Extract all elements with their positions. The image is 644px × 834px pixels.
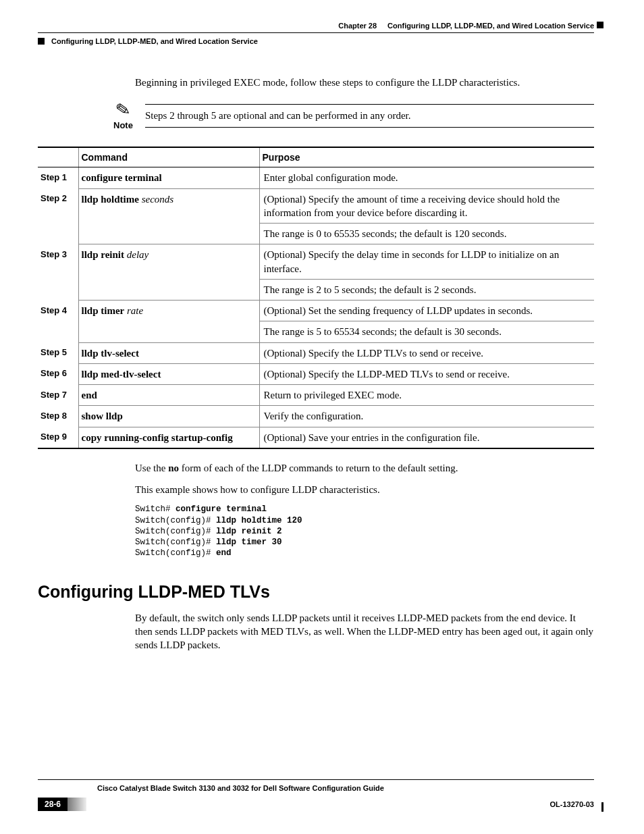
steps-header-purpose: Purpose [259,147,594,167]
step-label: Step 2 [38,188,78,244]
footer-crop-mark-icon [601,802,603,812]
step-purpose: (Optional) Specify the LLDP-MED TLVs to … [259,363,594,384]
after-p2: This example shows how to configure LLDP… [135,483,594,498]
step-purpose: (Optional) Save your entries in the conf… [259,427,594,448]
step-purpose: (Optional) Set the sending frequency of … [259,301,594,321]
step-label: Step 8 [38,406,78,427]
footer-guide-title: Cisco Catalyst Blade Switch 3130 and 303… [97,784,594,792]
pencil-icon: ✎ [114,101,132,120]
page-footer: Cisco Catalyst Blade Switch 3130 and 303… [38,779,594,811]
step-purpose: The range is 2 to 5 seconds; the default… [259,279,594,300]
step-purpose: (Optional) Specify the LLDP TLVs to send… [259,342,594,363]
step-purpose: Enter global configuration mode. [259,167,594,188]
step-purpose: Return to privileged EXEC mode. [259,385,594,406]
step-command: copy running-config startup-config [78,427,259,448]
step-purpose: Verify the configuration. [259,406,594,427]
note-text: Steps 2 through 5 are optional and can b… [145,110,411,121]
steps-header-command: Command [78,147,259,167]
step-command: lldp med-tlv-select [78,363,259,384]
header-section: Configuring LLDP, LLDP-MED, and Wired Lo… [51,37,258,45]
note-label: Note [113,120,133,130]
steps-table: Command Purpose Step 1configure terminal… [38,147,594,449]
header-chapter-title: Configuring LLDP, LLDP-MED, and Wired Lo… [387,22,594,30]
intro-paragraph: Beginning in privileged EXEC mode, follo… [135,76,594,89]
step-purpose: (Optional) Specify the amount of time a … [259,188,594,224]
step-command: lldp holdtime seconds [78,188,259,244]
section-heading: Configuring LLDP-MED TLVs [38,582,594,602]
footer-page-badge: 28-6 [38,798,86,811]
step-command: lldp tlv-select [78,342,259,363]
step-command: show lldp [78,406,259,427]
header-marker-icon [38,38,45,45]
step-command: configure terminal [78,167,259,188]
body-paragraph: By default, the switch only sends LLDP p… [135,611,594,652]
step-label: Step 1 [38,167,78,188]
step-purpose: (Optional) Specify the delay time in sec… [259,244,594,280]
step-label: Step 7 [38,385,78,406]
step-label: Step 3 [38,244,78,301]
steps-header-blank [38,147,78,167]
step-purpose: The range is 5 to 65534 seconds; the def… [259,321,594,342]
note-block: ✎ Note Steps 2 through 5 are optional an… [113,101,594,130]
step-label: Step 5 [38,342,78,363]
step-label: Step 9 [38,427,78,448]
step-command: end [78,385,259,406]
step-purpose: The range is 0 to 65535 seconds; the def… [259,224,594,244]
footer-page-fade-icon [68,798,86,811]
footer-ol: OL-13270-03 [550,800,594,808]
after-p1: Use the no form of each of the LLDP comm… [135,461,594,476]
header-right-marker-icon [597,22,603,28]
footer-page-number: 28-6 [38,798,68,811]
step-command: lldp reinit delay [78,244,259,301]
page-header: Chapter 28 Configuring LLDP, LLDP-MED, a… [38,22,594,45]
step-label: Step 6 [38,363,78,384]
code-example: Switch# configure terminal Switch(config… [135,504,594,558]
header-chapter: Chapter 28 [338,22,377,30]
after-table-text: Use the no form of each of the LLDP comm… [135,461,594,559]
step-command: lldp timer rate [78,301,259,343]
step-label: Step 4 [38,301,78,343]
